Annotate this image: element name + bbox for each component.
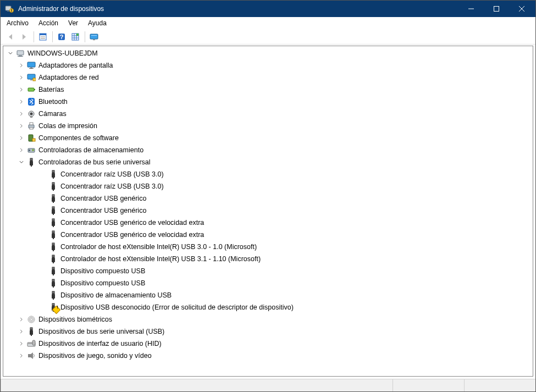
node-label: Controlador de host eXtensible Intel(R) …	[60, 253, 261, 265]
biometric-icon	[26, 315, 36, 324]
camera-icon	[26, 109, 36, 118]
device-node[interactable]: !Dispositivo USB desconocido (Error de s…	[3, 301, 533, 313]
node-label: Controladoras de bus serie universal	[38, 156, 151, 168]
chevron-right-icon[interactable]	[18, 98, 25, 106]
device-tree[interactable]: WINDOWS-UUBEJDMAdaptadores de pantallaAd…	[3, 46, 533, 376]
close-button[interactable]	[509, 1, 534, 17]
sound-icon	[26, 351, 36, 360]
menu-file[interactable]: Archivo	[2, 18, 34, 28]
menu-action[interactable]: Acción	[34, 18, 63, 28]
node-label: Componentes de software	[38, 132, 119, 144]
category-node[interactable]: Adaptadores de red	[3, 71, 533, 84]
title-bar: Administrador de dispositivos	[1, 1, 535, 17]
network-icon	[26, 73, 36, 82]
usb-icon	[48, 291, 58, 300]
work-area: WINDOWS-UUBEJDMAdaptadores de pantallaAd…	[3, 46, 533, 377]
category-node[interactable]: Controladoras de bus serie universal	[3, 156, 533, 168]
category-node[interactable]: Dispositivos de interfaz de usuario (HID…	[3, 338, 533, 350]
status-cell-1	[393, 379, 464, 391]
device-node[interactable]: Concentrador USB genérico de velocidad e…	[3, 217, 533, 229]
nav-back-button[interactable]	[4, 30, 17, 43]
node-label: Dispositivo compuesto USB	[60, 277, 145, 289]
bluetooth-icon	[26, 97, 36, 106]
chevron-right-icon[interactable]	[18, 328, 25, 335]
node-label: Bluetooth	[38, 96, 68, 108]
device-node[interactable]: Concentrador USB genérico	[3, 205, 533, 217]
chevron-right-icon[interactable]	[18, 340, 25, 347]
node-label: Concentrador USB genérico	[60, 205, 146, 217]
node-label: Concentrador USB genérico de velocidad e…	[60, 217, 204, 229]
chevron-down-icon[interactable]	[18, 158, 25, 166]
node-label: Dispositivos de bus serie universal (USB…	[38, 325, 164, 338]
device-node[interactable]: Controlador de host eXtensible Intel(R) …	[3, 241, 533, 253]
device-node[interactable]: Dispositivo de almacenamiento USB	[3, 289, 533, 301]
category-node[interactable]: Cámaras	[3, 108, 533, 120]
usb-icon: !	[48, 303, 58, 312]
node-label: Dispositivos de interfaz de usuario (HID…	[38, 338, 162, 350]
usb-icon	[48, 206, 58, 215]
toolbar-separator	[52, 31, 53, 42]
device-node[interactable]: Concentrador USB genérico de velocidad e…	[3, 229, 533, 241]
nav-forward-button[interactable]	[18, 30, 31, 43]
node-label: Concentrador USB genérico	[60, 192, 146, 205]
menu-view[interactable]: Ver	[63, 18, 83, 28]
chevron-right-icon[interactable]	[18, 316, 25, 323]
status-bar	[1, 379, 535, 391]
chevron-down-icon[interactable]	[7, 49, 14, 57]
chevron-right-icon[interactable]	[18, 352, 25, 360]
node-label: WINDOWS-UUBEJDM	[27, 47, 98, 59]
menu-help[interactable]: Ayuda	[83, 18, 112, 28]
window-title: Administrador de dispositivos	[18, 5, 104, 13]
chevron-right-icon[interactable]	[18, 134, 25, 142]
category-node[interactable]: Baterías	[3, 84, 533, 96]
usb-icon	[48, 218, 58, 227]
usb-icon	[48, 279, 58, 288]
usb-icon	[26, 158, 36, 167]
properties-button[interactable]	[36, 30, 49, 43]
device-node[interactable]: Concentrador USB genérico	[3, 192, 533, 205]
app-icon	[5, 4, 14, 13]
category-node[interactable]: Adaptadores de pantalla	[3, 59, 533, 71]
minimize-button[interactable]	[458, 1, 484, 17]
device-node[interactable]: Concentrador raíz USB (USB 3.0)	[3, 180, 533, 192]
node-label: Cámaras	[38, 108, 67, 120]
usb-icon	[48, 255, 58, 263]
usb-icon	[48, 267, 58, 275]
chevron-right-icon[interactable]	[18, 74, 25, 81]
help-button[interactable]	[55, 30, 68, 43]
category-node[interactable]: Componentes de software	[3, 132, 533, 144]
category-node[interactable]: Controladoras de almacenamiento	[3, 144, 533, 156]
category-node[interactable]: Dispositivos de bus serie universal (USB…	[3, 325, 533, 338]
device-node[interactable]: Concentrador raíz USB (USB 3.0)	[3, 168, 533, 180]
svg-rect-56	[494, 7, 499, 12]
chevron-right-icon[interactable]	[18, 62, 25, 69]
usb-icon	[48, 194, 58, 203]
chevron-right-icon[interactable]	[18, 86, 25, 93]
device-node[interactable]: Controlador de host eXtensible Intel(R) …	[3, 253, 533, 265]
toolbar-separator	[34, 31, 34, 42]
device-node[interactable]: Dispositivo compuesto USB	[3, 265, 533, 277]
storage-icon	[26, 146, 36, 154]
root-node[interactable]: WINDOWS-UUBEJDM	[3, 47, 533, 59]
battery-icon	[26, 85, 36, 94]
category-node[interactable]: Colas de impresión	[3, 120, 533, 132]
display-icon	[26, 61, 36, 70]
chevron-right-icon[interactable]	[18, 146, 25, 154]
chevron-right-icon[interactable]	[18, 122, 25, 130]
chevron-right-icon[interactable]	[18, 110, 25, 118]
category-node[interactable]: Dispositivos biométricos	[3, 313, 533, 325]
node-label: Dispositivos biométricos	[38, 313, 112, 325]
node-label: Concentrador raíz USB (USB 3.0)	[60, 180, 164, 192]
status-main	[1, 379, 393, 391]
view-grid-button[interactable]	[69, 30, 82, 43]
device-node[interactable]: Dispositivo compuesto USB	[3, 277, 533, 289]
category-node[interactable]: Dispositivos de juego, sonido y vídeo	[3, 350, 533, 362]
software-icon	[26, 134, 36, 142]
node-label: Dispositivo compuesto USB	[60, 265, 145, 277]
node-label: Dispositivos de juego, sonido y vídeo	[38, 350, 152, 362]
menu-bar: Archivo Acción Ver Ayuda	[1, 17, 535, 29]
category-node[interactable]: Bluetooth	[3, 96, 533, 108]
scan-hardware-button[interactable]	[87, 30, 101, 43]
maximize-button[interactable]	[484, 1, 509, 17]
toolbar	[1, 29, 535, 45]
